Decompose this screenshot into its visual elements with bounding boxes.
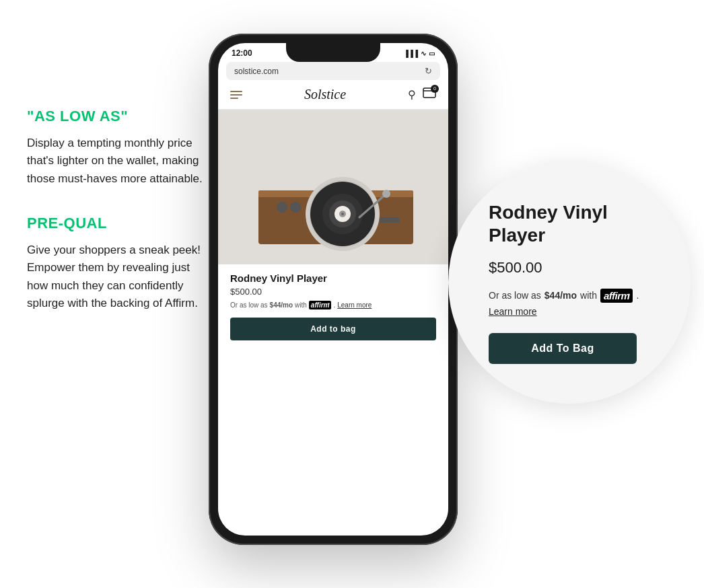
zoom-product-title: Rodney Vinyl Player xyxy=(489,201,664,246)
site-logo[interactable]: Solstice xyxy=(304,87,346,102)
signal-icon: ▐▐▐ xyxy=(404,50,418,57)
wifi-icon: ∿ xyxy=(421,50,426,57)
add-to-bag-button[interactable]: Add to bag xyxy=(230,318,436,340)
learn-more-link[interactable]: Learn more xyxy=(337,301,372,309)
svg-point-13 xyxy=(382,190,390,198)
phone-notch xyxy=(286,43,380,62)
zoom-affirm-period: . xyxy=(636,290,639,301)
site-nav: Solstice ⚲ 0 xyxy=(218,80,448,110)
zoom-affirm-logo: affirm̂ xyxy=(600,289,633,303)
nav-icons: ⚲ 0 xyxy=(408,87,436,102)
status-icons: ▐▐▐ ∿ ▭ xyxy=(404,50,435,57)
body-as-low-as: Display a tempting monthly price that's … xyxy=(27,135,209,188)
zoom-bubble: Rodney Vinyl Player $500.00 Or as low as… xyxy=(448,161,691,404)
cart-icon[interactable]: 0 xyxy=(423,87,436,102)
browser-url: solstice.com xyxy=(234,67,279,76)
affirm-line: Or as low as $44/mo with affirm̂ . Learn… xyxy=(230,301,436,309)
affirm-with: with xyxy=(295,301,307,309)
heading-as-low-as: "AS LOW AS" xyxy=(27,108,209,125)
svg-rect-16 xyxy=(380,217,400,223)
svg-point-15 xyxy=(290,202,301,213)
product-name: Rodney Vinyl Player xyxy=(230,272,436,284)
search-icon[interactable]: ⚲ xyxy=(408,88,416,101)
phone-mockup: 12:00 ▐▐▐ ∿ ▭ solstice.com ↻ Sols xyxy=(209,34,458,545)
zoom-learn-more[interactable]: Learn more xyxy=(489,306,537,317)
product-image xyxy=(218,110,448,264)
battery-icon: ▭ xyxy=(429,50,435,57)
browser-bar[interactable]: solstice.com ↻ xyxy=(226,62,440,80)
zoom-price: $500.00 xyxy=(489,259,542,277)
affirm-dot: . xyxy=(333,301,335,309)
zoom-affirm-amount: $44/mo xyxy=(544,290,577,301)
cart-count: 0 xyxy=(431,85,439,93)
left-content: "AS LOW AS" Display a tempting monthly p… xyxy=(27,108,209,339)
product-price: $500.00 xyxy=(230,287,436,297)
refresh-icon[interactable]: ↻ xyxy=(425,66,432,76)
affirm-logo: affirm̂ xyxy=(309,301,332,309)
phone-outer: 12:00 ▐▐▐ ∿ ▭ solstice.com ↻ Sols xyxy=(209,34,458,545)
hamburger-icon[interactable] xyxy=(230,91,242,99)
zoom-affirm-with: with xyxy=(580,290,597,301)
svg-point-11 xyxy=(341,213,344,215)
zoom-affirm-text: Or as low as xyxy=(489,290,541,301)
heading-pre-qual: PRE-QUAL xyxy=(27,215,209,232)
phone-screen: 12:00 ▐▐▐ ∿ ▭ solstice.com ↻ Sols xyxy=(218,43,448,536)
body-pre-qual: Give your shoppers a sneak peek! Empower… xyxy=(27,242,209,312)
affirm-text: Or as low as xyxy=(230,301,268,309)
zoom-affirm-line: Or as low as $44/mo with affirm̂ . Learn… xyxy=(489,289,664,317)
svg-point-14 xyxy=(277,202,287,213)
zoom-add-to-bag-button[interactable]: Add To Bag xyxy=(489,333,637,364)
product-info: Rodney Vinyl Player $500.00 Or as low as… xyxy=(218,264,448,348)
status-time: 12:00 xyxy=(232,48,252,58)
affirm-amount: $44/mo xyxy=(270,301,293,309)
